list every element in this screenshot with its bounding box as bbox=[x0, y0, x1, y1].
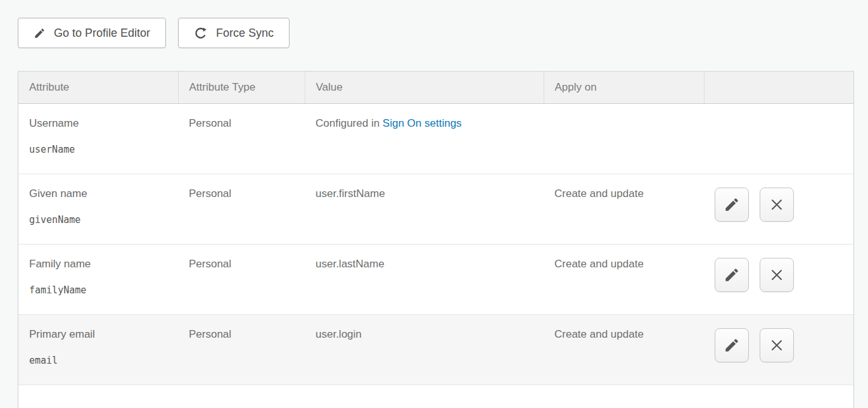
edit-attribute-button[interactable] bbox=[715, 188, 749, 222]
attribute-variable-name: givenName bbox=[29, 214, 167, 226]
pencil-icon bbox=[724, 267, 740, 283]
edit-attribute-button[interactable] bbox=[715, 258, 749, 292]
column-header-attribute-type: Attribute Type bbox=[178, 72, 305, 103]
attribute-variable-name: email bbox=[29, 355, 167, 366]
value-cell: user.login bbox=[305, 314, 544, 385]
value-cell: Configured in Sign On settings bbox=[305, 103, 544, 174]
remove-attribute-button[interactable] bbox=[760, 258, 794, 292]
close-icon bbox=[769, 338, 784, 353]
pencil-icon bbox=[34, 27, 46, 39]
table-header-row: Attribute Attribute Type Value Apply on bbox=[18, 72, 853, 103]
actions-cell bbox=[704, 174, 853, 244]
actions-cell bbox=[704, 103, 853, 174]
attribute-cell: Username userName bbox=[18, 103, 178, 174]
attribute-mapping-table: Attribute Attribute Type Value Apply on … bbox=[18, 71, 854, 408]
force-sync-button[interactable]: Force Sync bbox=[178, 18, 290, 48]
refresh-icon bbox=[194, 26, 208, 40]
value-cell: user.firstName bbox=[305, 174, 544, 244]
value-cell: user.lastName bbox=[305, 244, 544, 314]
attribute-label: Given name bbox=[29, 188, 167, 200]
close-icon bbox=[769, 267, 784, 283]
go-to-profile-editor-label: Go to Profile Editor bbox=[54, 27, 150, 40]
remove-attribute-button[interactable] bbox=[760, 328, 794, 362]
attribute-type-cell: Personal bbox=[178, 174, 305, 244]
go-to-profile-editor-button[interactable]: Go to Profile Editor bbox=[18, 18, 166, 48]
value-cell bbox=[305, 385, 544, 408]
table-row: Username userName Personal Configured in… bbox=[18, 103, 853, 174]
close-icon bbox=[769, 197, 784, 212]
actions-cell bbox=[704, 385, 853, 408]
apply-on-cell: Create and update bbox=[544, 174, 704, 244]
table-row bbox=[18, 385, 853, 408]
pencil-icon bbox=[724, 196, 740, 213]
attribute-type-cell: Personal bbox=[178, 314, 305, 385]
actions-cell bbox=[704, 244, 853, 314]
remove-attribute-button[interactable] bbox=[760, 188, 794, 222]
column-header-apply-on: Apply on bbox=[544, 72, 704, 103]
toolbar: Go to Profile Editor Force Sync bbox=[18, 18, 290, 48]
edit-attribute-button[interactable] bbox=[715, 328, 749, 362]
table-row: Family name familyName Personal user.las… bbox=[18, 244, 853, 314]
attribute-cell bbox=[18, 385, 178, 408]
attribute-cell: Family name familyName bbox=[18, 244, 178, 314]
column-header-value: Value bbox=[305, 72, 544, 103]
attribute-type-cell bbox=[178, 385, 305, 408]
actions-cell bbox=[704, 314, 853, 385]
attribute-variable-name: familyName bbox=[29, 284, 167, 296]
table-row: Given name givenName Personal user.first… bbox=[18, 174, 853, 244]
table-row: Primary email email Personal user.login … bbox=[18, 314, 853, 385]
apply-on-cell bbox=[544, 103, 704, 174]
attribute-type-cell: Personal bbox=[178, 103, 305, 174]
attribute-type-cell: Personal bbox=[178, 244, 305, 314]
apply-on-cell: Create and update bbox=[544, 314, 704, 385]
pencil-icon bbox=[724, 337, 740, 354]
column-header-actions bbox=[704, 72, 853, 103]
attribute-cell: Given name givenName bbox=[18, 174, 178, 244]
attribute-variable-name: userName bbox=[29, 144, 167, 155]
apply-on-cell bbox=[544, 385, 704, 408]
attribute-label: Primary email bbox=[29, 328, 167, 341]
column-header-attribute: Attribute bbox=[18, 72, 178, 103]
attribute-label: Family name bbox=[29, 258, 167, 271]
value-text: Configured in bbox=[316, 117, 383, 129]
attribute-label: Username bbox=[29, 117, 167, 130]
attribute-cell: Primary email email bbox=[18, 314, 178, 385]
apply-on-cell: Create and update bbox=[544, 244, 704, 314]
sign-on-settings-link[interactable]: Sign On settings bbox=[383, 117, 462, 129]
force-sync-label: Force Sync bbox=[216, 27, 274, 40]
